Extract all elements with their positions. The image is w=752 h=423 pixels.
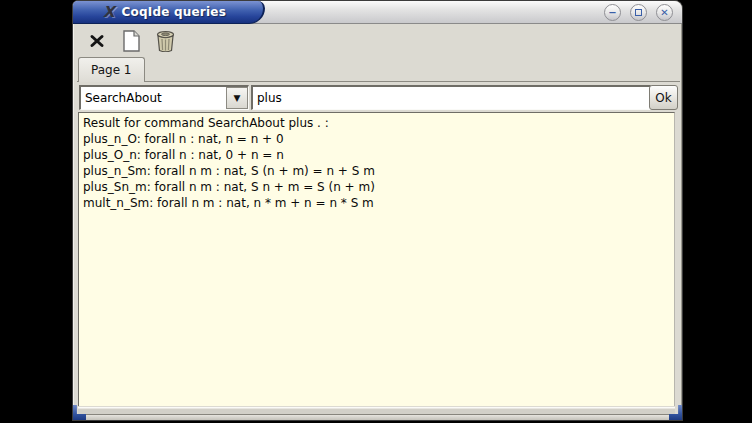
maximize-button[interactable] (630, 4, 647, 21)
window-bottom-frame[interactable] (73, 414, 682, 420)
result-line: plus_Sn_m: forall n m : nat, S n + m = S… (83, 179, 674, 195)
combobox-dropdown-button[interactable]: ▼ (226, 87, 248, 109)
new-page-button[interactable] (119, 29, 143, 53)
x11-icon: X (103, 3, 115, 21)
result-header-line: Result for command SearchAbout plus . : (83, 115, 674, 131)
minimize-button[interactable]: − (604, 4, 621, 21)
delete-page-button[interactable] (153, 29, 177, 53)
window-title: CoqIde queries (122, 5, 226, 19)
command-combobox-value: SearchAbout (81, 91, 226, 105)
chevron-down-icon: ▼ (234, 93, 241, 103)
ok-button[interactable]: Ok (649, 85, 678, 110)
toolbar (77, 25, 680, 56)
close-icon: ✕ (660, 8, 668, 18)
maximize-icon (635, 9, 642, 16)
titlebar-title-area: X CoqIde queries (73, 1, 265, 24)
notebook-tabstrip: Page 1 (77, 56, 680, 82)
query-input[interactable] (251, 85, 651, 110)
result-line: mult_n_Sm: forall n m : nat, n * m + n =… (83, 195, 674, 211)
minimize-icon: − (608, 8, 616, 18)
titlebar[interactable]: X CoqIde queries − ✕ (73, 1, 682, 24)
tab-page-1[interactable]: Page 1 (78, 57, 145, 82)
tab-label: Page 1 (91, 63, 132, 77)
command-combobox[interactable]: SearchAbout ▼ (79, 85, 249, 110)
query-row: SearchAbout ▼ Ok (79, 85, 678, 111)
close-button[interactable]: ✕ (656, 4, 673, 21)
close-query-button[interactable] (85, 29, 109, 53)
results-pane[interactable]: Result for command SearchAbout plus . : … (78, 112, 675, 406)
close-x-icon (89, 33, 105, 49)
new-page-icon (122, 30, 141, 52)
result-line: plus_n_Sm: forall n m : nat, S (n + m) =… (83, 163, 674, 179)
coqide-queries-window: X CoqIde queries − ✕ (72, 0, 683, 421)
trash-icon (155, 30, 176, 52)
result-line: plus_O_n: forall n : nat, 0 + n = n (83, 147, 674, 163)
tabstrip-divider (77, 81, 680, 82)
result-line: plus_n_O: forall n : nat, n = n + 0 (83, 131, 674, 147)
